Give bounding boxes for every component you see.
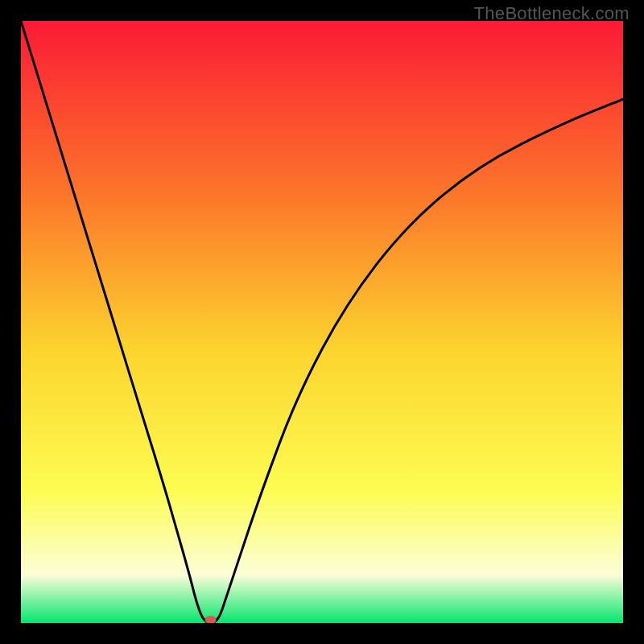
plot-background	[21, 21, 623, 623]
chart-frame: TheBottleneck.com	[0, 0, 644, 644]
bottleneck-plot	[21, 21, 623, 623]
